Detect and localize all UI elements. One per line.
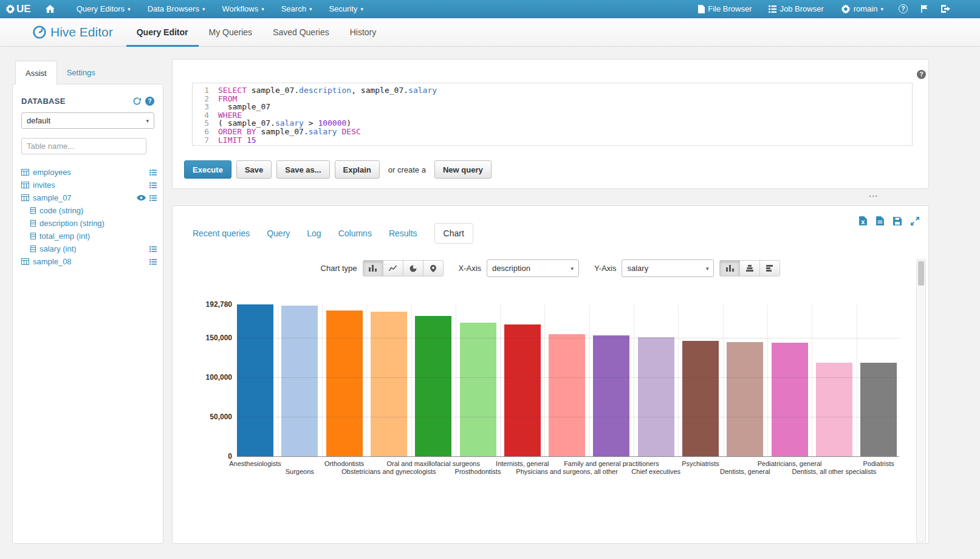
panel-resize-handle[interactable]: ...: [869, 188, 879, 199]
results-scrollbar[interactable]: [916, 259, 926, 543]
results-tab-columns[interactable]: Columns: [338, 228, 372, 238]
nav-file-browser[interactable]: File Browser: [690, 0, 760, 18]
save-as-button[interactable]: Save as...: [276, 160, 329, 179]
bar-surgeons[interactable]: [281, 306, 318, 456]
show-sample-icon[interactable]: [149, 170, 157, 176]
editor-help-icon[interactable]: ?: [917, 70, 926, 79]
save-results-icon[interactable]: [893, 216, 902, 225]
new-query-button[interactable]: New query: [434, 160, 492, 179]
code-line: ORDER BY sample_07.salary DESC: [218, 128, 437, 136]
table-invites[interactable]: invites: [21, 179, 157, 191]
results-tab-recent-queries[interactable]: Recent queries: [193, 228, 250, 238]
bar-internists-general[interactable]: [504, 324, 541, 456]
download-xls-icon[interactable]: [859, 216, 867, 225]
results-tab-log[interactable]: Log: [307, 228, 321, 238]
table-filter-input[interactable]: [21, 138, 146, 154]
show-sample-icon[interactable]: [149, 246, 157, 252]
bar-physicians-and-surgeons-all-other[interactable]: [549, 334, 585, 456]
bar-pediatricians-general[interactable]: [772, 343, 808, 456]
grid-line-vertical: [456, 304, 456, 456]
bar-chief-executives[interactable]: [638, 337, 674, 456]
table-sample-08[interactable]: sample_08: [21, 255, 157, 268]
hue-logo[interactable]: UE: [0, 3, 37, 15]
bar-orthodontists[interactable]: [326, 310, 363, 456]
stacked-bars-button[interactable]: [739, 260, 760, 276]
nav-feedback-button[interactable]: [914, 0, 934, 18]
nav-help-button[interactable]: ?: [892, 0, 914, 18]
x-axis-select-value: description: [492, 264, 530, 273]
x-axis-select[interactable]: description ▾: [487, 259, 579, 277]
line-button[interactable]: [383, 260, 403, 276]
show-sample-icon[interactable]: [149, 195, 157, 201]
tab-my-queries[interactable]: My Queries: [199, 18, 263, 47]
table-sample-07[interactable]: sample_07: [21, 191, 157, 204]
flag-icon: [921, 5, 928, 13]
column-description-string[interactable]: description (string): [21, 217, 157, 230]
nav-label: Workflows: [222, 4, 258, 13]
chevron-down-icon: ▾: [309, 6, 312, 12]
results-tab-query[interactable]: Query: [267, 228, 290, 238]
bar-podiatrists[interactable]: [860, 363, 897, 456]
show-sample-icon[interactable]: [149, 259, 157, 265]
bar-dentists-general[interactable]: [727, 342, 763, 456]
tab-history[interactable]: History: [340, 18, 387, 47]
column-name: salary (int): [39, 244, 77, 253]
assist-help-icon[interactable]: ?: [145, 97, 154, 106]
results-tab-chart[interactable]: Chart: [434, 223, 473, 244]
bar-dentists-all-other-specialists[interactable]: [816, 363, 852, 456]
save-button[interactable]: Save: [236, 160, 272, 179]
nav-home[interactable]: [37, 0, 63, 18]
database-select[interactable]: default ▾: [21, 112, 154, 129]
x-axis-label: Psychiatrists: [682, 460, 719, 467]
nav-data-browsers[interactable]: Data Browsers▾: [139, 0, 214, 18]
grid-line-vertical: [678, 304, 679, 456]
nav-security[interactable]: Security▾: [320, 0, 372, 18]
map-button[interactable]: [423, 260, 444, 276]
bar-psychiatrists[interactable]: [682, 341, 719, 456]
nav-logout-button[interactable]: [934, 0, 957, 18]
bars-button[interactable]: [363, 260, 383, 276]
nav-romain[interactable]: romain▾: [832, 0, 892, 18]
sql-code-editor[interactable]: 1234567 SELECT sample_07.description, sa…: [192, 83, 913, 146]
tab-settings[interactable]: Settings: [57, 61, 105, 84]
nav-label: Security: [329, 4, 357, 13]
preview-eye-icon[interactable]: [137, 195, 146, 201]
execute-button[interactable]: Execute: [184, 160, 231, 179]
hbars-chart-icon: [766, 265, 773, 272]
page-title[interactable]: Hive Editor: [50, 25, 113, 39]
column-code-string[interactable]: code (string): [21, 204, 157, 217]
y-axis-tick-label: 0: [173, 452, 232, 461]
y-axis-select[interactable]: salary ▾: [622, 259, 714, 277]
bar-family-and-general-practitioners[interactable]: [593, 335, 629, 456]
pie-button[interactable]: [403, 260, 423, 276]
column-total-emp-int[interactable]: total_emp (int): [21, 230, 157, 242]
grid-line-vertical: [278, 304, 278, 456]
tab-query-editor[interactable]: Query Editor: [126, 18, 199, 47]
download-csv-icon[interactable]: [876, 216, 884, 225]
table-employees[interactable]: employees: [21, 166, 157, 179]
bar-oral-and-maxillofacial-surgeons[interactable]: [415, 316, 451, 456]
query-editor-card: ? 1234567 SELECT sample_07.description, …: [172, 59, 929, 189]
nav-job-browser[interactable]: Job Browser: [760, 0, 832, 18]
code-line: FROM: [218, 95, 437, 103]
column-salary-int[interactable]: salary (int): [21, 242, 157, 255]
tab-assist[interactable]: Assist: [15, 61, 57, 84]
grid-line-vertical: [589, 304, 590, 456]
tab-saved-queries[interactable]: Saved Queries: [262, 18, 340, 47]
show-sample-icon[interactable]: [149, 182, 157, 188]
y-axis-select-value: salary: [627, 264, 648, 273]
hue-logo-text: UE: [16, 3, 31, 15]
grouped-bars-button[interactable]: [719, 260, 740, 276]
bar-obstetricians-and-gynecologists[interactable]: [371, 312, 407, 456]
bar-anesthesiologists[interactable]: [237, 304, 273, 456]
horizontal-bars-button[interactable]: [759, 260, 780, 276]
refresh-icon[interactable]: [133, 97, 141, 105]
explain-button[interactable]: Explain: [335, 160, 380, 179]
nav-workflows[interactable]: Workflows▾: [213, 0, 272, 18]
chart-type-group: [363, 260, 444, 276]
nav-query-editors[interactable]: Query Editors▾: [68, 0, 139, 18]
expand-results-icon[interactable]: [911, 216, 919, 225]
results-tab-results[interactable]: Results: [389, 228, 417, 238]
nav-search[interactable]: Search▾: [273, 0, 321, 18]
bar-prosthodontists[interactable]: [460, 323, 496, 456]
